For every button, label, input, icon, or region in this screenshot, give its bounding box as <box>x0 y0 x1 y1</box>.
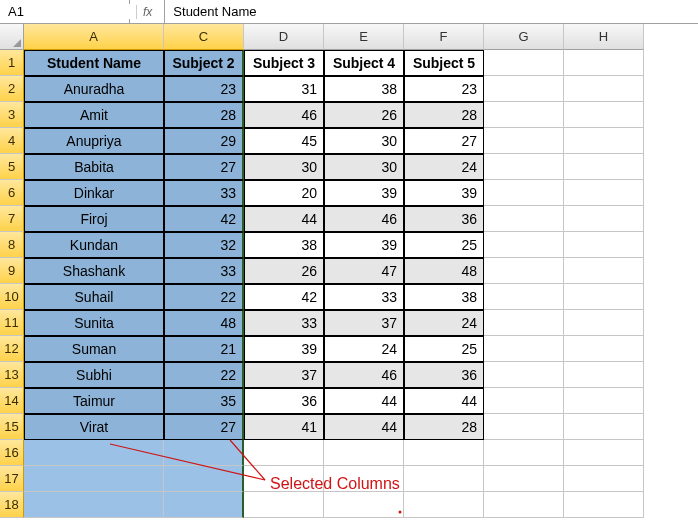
cell[interactable]: 39 <box>324 232 404 258</box>
row-header[interactable]: 16 <box>0 440 24 466</box>
cell[interactable] <box>404 466 484 492</box>
row-header[interactable]: 1 <box>0 50 24 76</box>
cell[interactable] <box>484 388 564 414</box>
cell[interactable]: 42 <box>244 284 324 310</box>
cell[interactable]: 44 <box>324 414 404 440</box>
cell[interactable] <box>244 440 324 466</box>
select-all-corner[interactable] <box>0 24 24 50</box>
table-header[interactable]: Subject 4 <box>324 50 404 76</box>
cell[interactable]: 33 <box>244 310 324 336</box>
cell[interactable]: Babita <box>24 154 164 180</box>
cell[interactable] <box>164 440 244 466</box>
cell[interactable]: 39 <box>324 180 404 206</box>
cell[interactable] <box>164 466 244 492</box>
cell[interactable] <box>564 336 644 362</box>
row-header[interactable]: 7 <box>0 206 24 232</box>
row-header[interactable]: 18 <box>0 492 24 518</box>
cell[interactable] <box>564 50 644 76</box>
cell[interactable]: 24 <box>404 154 484 180</box>
row-header[interactable]: 6 <box>0 180 24 206</box>
cell[interactable] <box>244 466 324 492</box>
cell[interactable]: 30 <box>244 154 324 180</box>
cell[interactable]: 45 <box>244 128 324 154</box>
cell[interactable] <box>484 258 564 284</box>
cell[interactable]: 47 <box>324 258 404 284</box>
row-header[interactable]: 2 <box>0 76 24 102</box>
table-header[interactable]: Subject 3 <box>244 50 324 76</box>
cell[interactable]: 30 <box>324 128 404 154</box>
cell[interactable] <box>484 414 564 440</box>
cell[interactable] <box>484 336 564 362</box>
cell[interactable]: 23 <box>404 76 484 102</box>
table-header[interactable]: Student Name <box>24 50 164 76</box>
cell[interactable]: 36 <box>404 206 484 232</box>
cell[interactable] <box>164 492 244 518</box>
row-header[interactable]: 11 <box>0 310 24 336</box>
cell[interactable]: 33 <box>164 180 244 206</box>
cell[interactable] <box>564 440 644 466</box>
cell[interactable] <box>324 492 404 518</box>
cell[interactable] <box>484 128 564 154</box>
cell[interactable] <box>484 440 564 466</box>
cell[interactable]: 36 <box>244 388 324 414</box>
cell[interactable]: 41 <box>244 414 324 440</box>
cell[interactable]: 48 <box>404 258 484 284</box>
cell[interactable] <box>24 492 164 518</box>
cell[interactable] <box>564 284 644 310</box>
formula-input[interactable] <box>165 0 698 23</box>
cell[interactable] <box>24 440 164 466</box>
cell[interactable]: 27 <box>164 414 244 440</box>
row-header[interactable]: 15 <box>0 414 24 440</box>
row-header[interactable]: 14 <box>0 388 24 414</box>
row-header[interactable]: 8 <box>0 232 24 258</box>
cell[interactable]: 28 <box>404 414 484 440</box>
cell[interactable]: 24 <box>324 336 404 362</box>
col-header-D[interactable]: D <box>244 24 324 50</box>
cell[interactable] <box>484 206 564 232</box>
cell[interactable]: Dinkar <box>24 180 164 206</box>
row-header[interactable]: 4 <box>0 128 24 154</box>
cell[interactable] <box>484 50 564 76</box>
cell[interactable] <box>564 76 644 102</box>
cell[interactable]: 25 <box>404 232 484 258</box>
cell[interactable]: 33 <box>164 258 244 284</box>
row-header[interactable]: 17 <box>0 466 24 492</box>
cell[interactable]: 37 <box>324 310 404 336</box>
col-header-E[interactable]: E <box>324 24 404 50</box>
cell[interactable]: 20 <box>244 180 324 206</box>
cell[interactable]: 48 <box>164 310 244 336</box>
cell[interactable]: Amit <box>24 102 164 128</box>
cell[interactable]: 27 <box>404 128 484 154</box>
cell[interactable]: 46 <box>324 206 404 232</box>
cell[interactable]: 32 <box>164 232 244 258</box>
cell[interactable]: 27 <box>164 154 244 180</box>
cell[interactable] <box>484 232 564 258</box>
cell[interactable]: Suhail <box>24 284 164 310</box>
cell[interactable]: 30 <box>324 154 404 180</box>
cell[interactable]: 46 <box>324 362 404 388</box>
cell[interactable]: 23 <box>164 76 244 102</box>
cell[interactable]: 26 <box>244 258 324 284</box>
cell[interactable] <box>564 362 644 388</box>
cell[interactable]: Kundan <box>24 232 164 258</box>
row-header[interactable]: 9 <box>0 258 24 284</box>
cell[interactable]: 21 <box>164 336 244 362</box>
cell[interactable]: Taimur <box>24 388 164 414</box>
cell[interactable]: 38 <box>244 232 324 258</box>
cell[interactable] <box>484 466 564 492</box>
cell[interactable]: 39 <box>404 180 484 206</box>
cell[interactable]: 42 <box>164 206 244 232</box>
cell[interactable] <box>564 206 644 232</box>
cell[interactable]: 31 <box>244 76 324 102</box>
cell[interactable] <box>564 414 644 440</box>
cell[interactable]: 29 <box>164 128 244 154</box>
cell[interactable] <box>484 76 564 102</box>
cell[interactable] <box>564 102 644 128</box>
cell[interactable] <box>404 440 484 466</box>
cell[interactable]: 24 <box>404 310 484 336</box>
cell[interactable] <box>24 466 164 492</box>
cell[interactable]: 25 <box>404 336 484 362</box>
row-header[interactable]: 12 <box>0 336 24 362</box>
cell[interactable]: 22 <box>164 362 244 388</box>
col-header-H[interactable]: H <box>564 24 644 50</box>
